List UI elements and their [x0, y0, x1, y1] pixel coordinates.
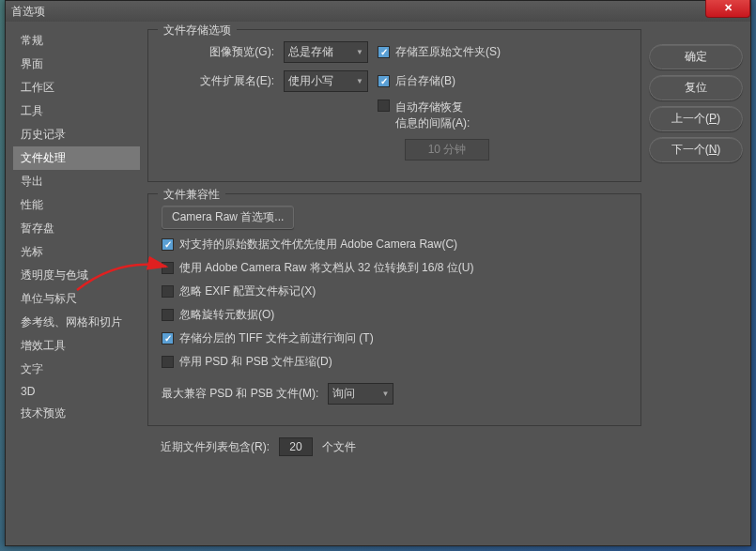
sidebar-item-9[interactable]: 光标	[13, 240, 140, 264]
next-button[interactable]: 下一个(N)	[649, 137, 743, 162]
sidebar-item-15[interactable]: 3D	[13, 381, 140, 402]
save-original-checkbox[interactable]: ✓ 存储至原始文件夹(S)	[378, 44, 501, 60]
image-preview-label: 图像预览(G):	[162, 44, 274, 60]
autosave-checkbox[interactable]: 自动存储恢复 信息的间隔(A):	[378, 99, 470, 131]
prefer-camera-raw-checkbox[interactable]: ✓ 对支持的原始数据文件优先使用 Adobe Camera Raw(C)	[162, 237, 627, 253]
sidebar-item-8[interactable]: 暂存盘	[13, 217, 140, 240]
sidebar: 常规界面工作区工具历史记录文件处理导出性能暂存盘光标透明度与色域单位与标尺参考线…	[13, 29, 140, 538]
main-panel: 文件存储选项 图像预览(G): 总是存储 ▼ ✓ 存储至原始文件夹(S) 文件扩…	[147, 29, 641, 538]
check-icon: ✓	[378, 75, 390, 87]
preferences-window: 首选项 ✕ 常规界面工作区工具历史记录文件处理导出性能暂存盘光标透明度与色域单位…	[5, 0, 751, 546]
autosave-interval-input: 10 分钟	[405, 139, 489, 161]
checkbox-empty	[162, 262, 174, 274]
close-button[interactable]: ✕	[705, 0, 750, 18]
sidebar-item-11[interactable]: 单位与标尺	[13, 287, 140, 311]
save-background-checkbox[interactable]: ✓ 后台存储(B)	[378, 73, 455, 89]
sidebar-item-2[interactable]: 工作区	[13, 76, 140, 99]
checkbox-empty	[162, 309, 174, 321]
chevron-down-icon: ▼	[356, 48, 363, 56]
sidebar-item-12[interactable]: 参考线、网格和切片	[13, 311, 140, 334]
prev-button[interactable]: 上一个(P)	[649, 106, 743, 131]
ignore-rotation-checkbox[interactable]: 忽略旋转元数据(O)	[162, 307, 627, 323]
sidebar-item-14[interactable]: 文字	[13, 358, 140, 381]
recent-files-input[interactable]: 20	[279, 437, 313, 456]
recent-files-suffix: 个文件	[322, 439, 356, 455]
checkbox-empty	[162, 285, 174, 298]
file-storage-fieldset: 文件存储选项 图像预览(G): 总是存储 ▼ ✓ 存储至原始文件夹(S) 文件扩…	[147, 29, 641, 182]
disable-psd-compress-checkbox[interactable]: 停用 PSD 和 PSB 文件压缩(D)	[162, 354, 627, 370]
checkbox-empty	[162, 356, 174, 368]
ok-button[interactable]: 确定	[649, 44, 743, 69]
image-preview-select[interactable]: 总是存储 ▼	[284, 41, 368, 63]
convert-32-to-16-8-checkbox[interactable]: 使用 Adobe Camera Raw 将文档从 32 位转换到 16/8 位(…	[162, 260, 627, 276]
close-icon: ✕	[724, 2, 733, 14]
chevron-down-icon: ▼	[356, 77, 363, 85]
recent-files-label: 近期文件列表包含(R):	[161, 439, 270, 455]
check-icon: ✓	[162, 238, 174, 251]
max-compat-select[interactable]: 询问 ▼	[328, 383, 393, 405]
sidebar-item-4[interactable]: 历史记录	[13, 123, 140, 146]
ask-tiff-checkbox[interactable]: ✓ 存储分层的 TIFF 文件之前进行询问 (T)	[162, 330, 627, 346]
file-ext-label: 文件扩展名(E):	[162, 73, 274, 89]
file-ext-select[interactable]: 使用小写 ▼	[284, 70, 368, 92]
check-icon: ✓	[378, 46, 390, 58]
sidebar-item-7[interactable]: 性能	[13, 193, 140, 217]
sidebar-item-5[interactable]: 文件处理	[13, 146, 140, 170]
reset-button[interactable]: 复位	[649, 75, 743, 100]
ignore-exif-checkbox[interactable]: 忽略 EXIF 配置文件标记(X)	[162, 283, 627, 299]
sidebar-item-6[interactable]: 导出	[13, 170, 140, 193]
check-icon: ✓	[162, 332, 174, 344]
fieldset-legend: 文件兼容性	[158, 187, 225, 203]
sidebar-item-13[interactable]: 增效工具	[13, 334, 140, 358]
checkbox-empty	[378, 99, 390, 112]
sidebar-item-16[interactable]: 技术预览	[13, 402, 140, 425]
sidebar-item-0[interactable]: 常规	[13, 29, 140, 53]
action-buttons: 确定 复位 上一个(P) 下一个(N)	[649, 29, 743, 538]
sidebar-item-3[interactable]: 工具	[13, 99, 140, 123]
chevron-down-icon: ▼	[381, 390, 389, 398]
sidebar-item-1[interactable]: 界面	[13, 53, 140, 76]
max-compat-label: 最大兼容 PSD 和 PSB 文件(M):	[162, 386, 318, 402]
sidebar-item-10[interactable]: 透明度与色域	[13, 264, 140, 287]
camera-raw-prefs-button[interactable]: Camera Raw 首选项...	[162, 206, 294, 229]
window-title: 首选项	[11, 4, 45, 20]
fieldset-legend: 文件存储选项	[158, 23, 237, 38]
titlebar: 首选项 ✕	[6, 1, 750, 22]
file-compat-fieldset: 文件兼容性 Camera Raw 首选项... ✓ 对支持的原始数据文件优先使用…	[147, 193, 641, 426]
